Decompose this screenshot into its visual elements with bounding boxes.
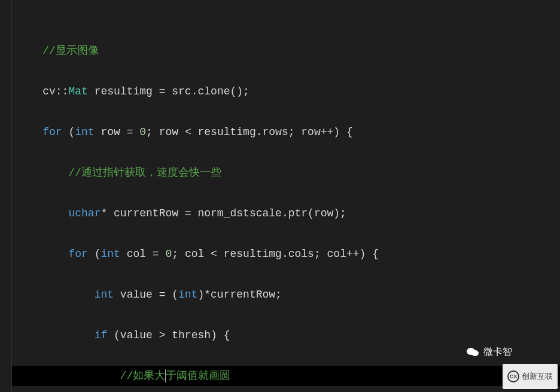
comment: //通过指针获取，速度会快一些 <box>68 167 221 179</box>
code-editor[interactable]: //显示图像 cv::Mat resultimg = src.clone(); … <box>12 0 560 392</box>
comment-part: //如果大 <box>120 370 166 382</box>
number: 0 <box>165 248 172 260</box>
code-line-active: //如果大于阈值就画圆 <box>12 366 560 386</box>
keyword: for <box>42 126 62 138</box>
keyword: int <box>178 289 197 301</box>
comment: //如果大于阈值就画圆 <box>120 370 231 382</box>
watermark-text: 创新互联 <box>522 366 553 387</box>
code-line: //通过指针获取，速度会快一些 <box>12 163 560 183</box>
type: uchar <box>68 207 101 219</box>
code-line: cv::Mat resultimg = src.clone(); <box>12 81 560 102</box>
code-line: for (int col = 0; col < resultimg.cols; … <box>12 244 560 264</box>
code-line: uchar* currentRow = norm_dstscale.ptr(ro… <box>12 203 560 223</box>
code-text: )*currentRow; <box>197 289 281 301</box>
code-text: resultimg = src.clone(); <box>88 85 249 97</box>
number: 0 <box>139 126 146 138</box>
comment: //显示图像 <box>42 45 99 57</box>
keyword: if <box>95 329 108 341</box>
watermark-text: 微卡智 <box>483 342 512 362</box>
wechat-watermark: 微卡智 <box>467 342 512 362</box>
code-text: (value > thresh) { <box>107 329 230 341</box>
code-text: ; col < resultimg.cols; col++) { <box>172 248 379 260</box>
company-watermark: CX 创新互联 <box>503 364 558 389</box>
code-text: * currentRow = norm_dstscale.ptr(row); <box>101 207 346 219</box>
code-text: ( <box>62 126 75 138</box>
code-text: col = <box>120 248 166 260</box>
comment-part: 于阈值就画圆 <box>166 370 230 382</box>
keyword: int <box>95 289 114 301</box>
code-line: //显示图像 <box>12 41 560 61</box>
code-text: row = <box>95 126 140 138</box>
company-logo-icon: CX <box>507 370 519 382</box>
code-line: int value = (int)*currentRow; <box>12 284 560 305</box>
editor-gutter <box>0 0 12 392</box>
keyword: int <box>75 126 94 138</box>
code-line: for (int row = 0; row < resultimg.rows; … <box>12 122 560 142</box>
code-text: ( <box>88 248 101 260</box>
keyword: int <box>101 248 120 260</box>
type: Mat <box>68 85 87 97</box>
wechat-icon <box>467 347 480 357</box>
keyword: for <box>68 248 87 260</box>
namespace: cv:: <box>42 85 68 97</box>
code-text: value = ( <box>114 289 178 301</box>
code-text: ; row < resultimg.rows; row++) { <box>146 126 353 138</box>
